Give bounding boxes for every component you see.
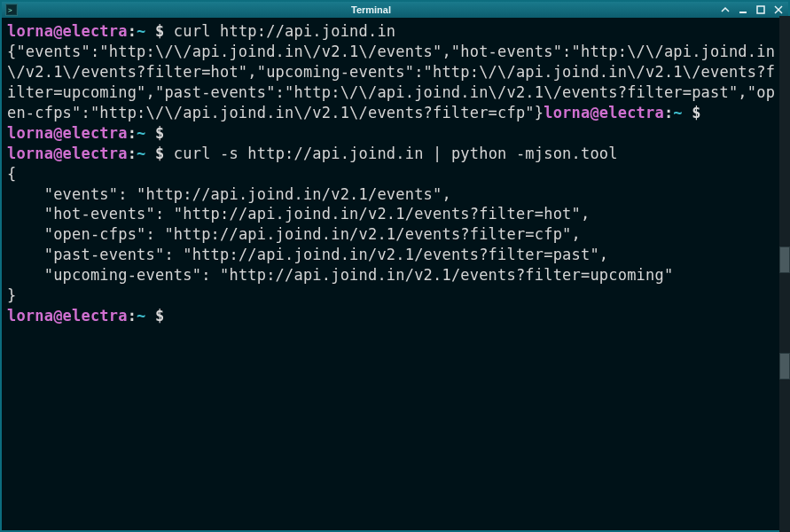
output-2-line-6: "upcoming-events": "http://api.joind.in/… [7, 266, 673, 284]
rollup-button[interactable] [719, 4, 731, 16]
command-4: curl -s http://api.joind.in | python -mj… [174, 145, 618, 162]
prompt-symbol: $ [146, 22, 174, 40]
prompt-colon: : [128, 145, 137, 162]
window-title: Terminal [23, 4, 719, 15]
prompt-colon: : [128, 124, 137, 142]
prompt-user: lorna@electra [7, 145, 128, 162]
output-2-line-3: "hot-events": "http://api.joind.in/v2.1/… [7, 205, 590, 223]
prompt-colon: : [664, 104, 673, 121]
output-2-line-1: { [7, 165, 16, 183]
prompt-symbol: $ [146, 145, 174, 162]
prompt-symbol: $ [146, 124, 174, 142]
svg-rect-3 [757, 6, 764, 13]
terminal-window: > Terminal lorna@electra:~ $ curl http:/… [0, 0, 790, 532]
scroll-thumb[interactable] [779, 353, 790, 379]
terminal-icon: > [5, 4, 18, 16]
prompt-colon: : [128, 22, 137, 40]
svg-text:>: > [8, 6, 12, 14]
prompt-path: ~ [137, 22, 145, 40]
prompt-symbol: $ [146, 307, 174, 325]
prompt-colon: : [128, 307, 137, 325]
prompt-user: lorna@electra [7, 307, 128, 325]
prompt-path: ~ [137, 145, 145, 162]
prompt-path: ~ [673, 104, 682, 121]
prompt-path: ~ [137, 124, 145, 142]
scroll-thumb[interactable] [779, 246, 790, 273]
prompt-user: lorna@electra [7, 124, 128, 142]
minimize-button[interactable] [737, 4, 749, 16]
output-2-line-7: } [7, 286, 16, 304]
maximize-button[interactable] [755, 4, 767, 16]
output-2-line-4: "open-cfps": "http://api.joind.in/v2.1/e… [7, 225, 581, 243]
terminal-output[interactable]: lorna@electra:~ $ curl http://api.joind.… [2, 18, 788, 530]
prompt-user: lorna@electra [544, 104, 664, 121]
close-button[interactable] [772, 4, 785, 16]
output-2-line-2: "events": "http://api.joind.in/v2.1/even… [7, 185, 451, 203]
command-1: curl http://api.joind.in [174, 22, 395, 40]
prompt-path: ~ [137, 307, 145, 325]
titlebar[interactable]: > Terminal [2, 2, 788, 18]
output-2-line-5: "past-events": "http://api.joind.in/v2.1… [7, 246, 608, 263]
prompt-symbol: $ [683, 104, 710, 121]
prompt-user: lorna@electra [7, 22, 128, 40]
window-controls [719, 4, 785, 16]
scrollbar[interactable] [779, 16, 790, 532]
